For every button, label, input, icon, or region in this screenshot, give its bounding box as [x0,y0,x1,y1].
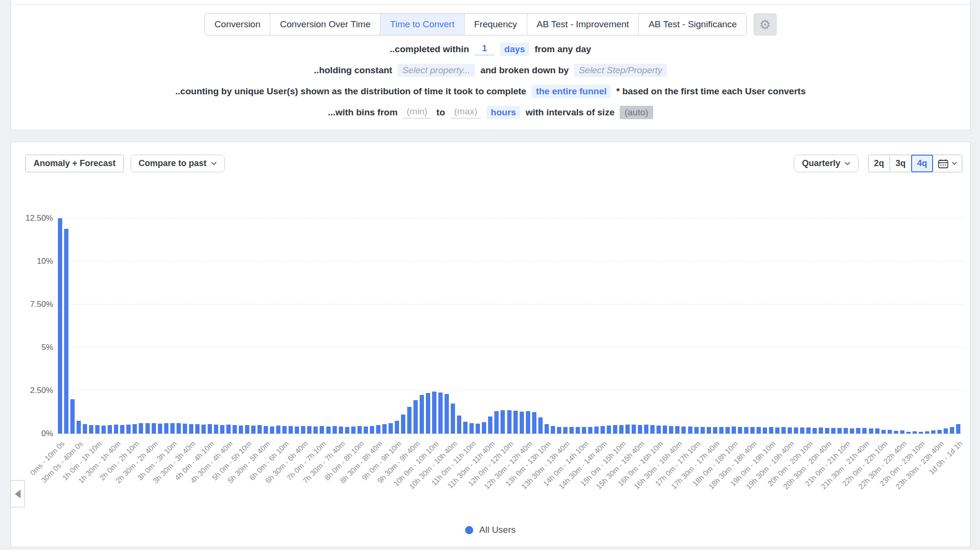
bar-bin-110[interactable] [744,427,748,434]
bar-bin-131[interactable] [875,428,880,434]
bar-bin-137[interactable] [913,431,917,434]
bar-bin-138[interactable] [919,432,923,434]
bar-bin-133[interactable] [888,430,892,434]
bar-bin-119[interactable] [800,427,804,434]
bar-bin-62[interactable] [445,394,449,434]
bar-bin-144[interactable] [956,424,960,434]
compare-to-past-dropdown[interactable]: Compare to past [131,155,225,172]
range-button-4q[interactable]: 4q [911,155,933,172]
bar-bin-46[interactable] [345,427,349,434]
bar-bin-37[interactable] [289,426,293,434]
bar-bin-87[interactable] [601,426,605,434]
bar-bin-96[interactable] [657,426,661,434]
bins-min-input[interactable]: (min) [403,106,431,119]
bar-bin-36[interactable] [282,426,287,434]
bar-bin-134[interactable] [894,431,898,434]
bar-bin-49[interactable] [364,427,368,434]
bar-bin-108[interactable] [732,427,736,434]
bar-bin-24[interactable] [208,424,212,434]
bar-bin-139[interactable] [925,431,929,434]
bar-bin-56[interactable] [407,407,412,434]
bar-bin-88[interactable] [607,426,611,434]
bar-bin-78[interactable] [545,424,549,434]
granularity-dropdown[interactable]: Quarterly [794,155,858,172]
bar-bin-95[interactable] [650,425,655,434]
bar-bin-102[interactable] [694,427,699,434]
legend-series-label[interactable]: All Users [479,525,515,535]
bar-bin-123[interactable] [825,428,829,434]
bar-bin-71[interactable] [501,410,505,434]
bar-bin-17[interactable] [164,423,168,434]
bar-bin-60[interactable] [432,392,436,434]
range-button-2q[interactable]: 2q [868,155,890,172]
bar-bin-136[interactable] [906,432,911,434]
bar-bin-12[interactable] [133,424,137,434]
bar-bin-0[interactable] [58,218,62,434]
settings-button[interactable]: ⚙ [754,13,777,35]
bar-bin-69[interactable] [488,416,492,434]
holding-constant-property-select[interactable]: Select property... [398,64,475,77]
range-button-3q[interactable]: 3q [890,155,912,172]
bar-bin-28[interactable] [233,425,237,434]
bins-max-input[interactable]: (max) [450,106,481,119]
bar-bin-80[interactable] [557,427,561,434]
tab-ab-test-significance[interactable]: AB Test - Significance [638,14,746,35]
bar-bin-77[interactable] [538,417,543,434]
bar-bin-43[interactable] [326,427,331,434]
bar-bin-26[interactable] [220,425,224,434]
bar-bin-53[interactable] [389,423,393,434]
bar-bin-92[interactable] [632,425,636,434]
custom-date-range-button[interactable] [933,155,962,172]
bar-bin-57[interactable] [413,400,418,434]
bar-bin-127[interactable] [850,428,854,434]
bar-bin-6[interactable] [95,425,100,434]
bar-bin-76[interactable] [532,412,536,434]
anomaly-forecast-button[interactable]: Anomaly + Forecast [25,155,124,172]
bar-bin-81[interactable] [563,427,568,434]
bar-bin-58[interactable] [420,395,424,434]
conversion-window-value-input[interactable]: 1 [474,43,495,56]
bar-bin-34[interactable] [270,427,274,434]
bar-bin-20[interactable] [183,424,187,434]
bar-bin-112[interactable] [757,427,761,434]
bar-bin-122[interactable] [819,427,823,434]
bar-bin-91[interactable] [625,425,630,434]
bar-bin-116[interactable] [781,427,786,434]
bar-bin-118[interactable] [794,427,798,434]
bar-bin-114[interactable] [769,427,773,434]
bar-bin-39[interactable] [301,426,305,434]
bar-bin-45[interactable] [339,427,343,434]
bar-bin-66[interactable] [469,423,474,434]
bar-bin-94[interactable] [644,425,648,434]
bar-bin-130[interactable] [869,428,873,434]
bar-bin-44[interactable] [333,426,337,434]
bar-bin-31[interactable] [251,426,256,434]
bar-bin-128[interactable] [856,428,860,434]
bar-bin-55[interactable] [401,415,405,434]
bar-bin-111[interactable] [750,427,755,434]
breakdown-step-property-select[interactable]: Select Step/Property [574,64,667,77]
bar-bin-11[interactable] [126,425,131,434]
bar-bin-120[interactable] [806,427,811,434]
bar-bin-89[interactable] [613,425,617,434]
bar-bin-50[interactable] [370,426,374,434]
bar-bin-79[interactable] [551,426,555,434]
bar-bin-72[interactable] [507,410,512,434]
bar-bin-100[interactable] [681,427,686,434]
bar-bin-115[interactable] [775,427,780,434]
bar-bin-59[interactable] [426,393,430,434]
bar-bin-109[interactable] [738,427,742,434]
bar-bin-30[interactable] [245,425,249,434]
bar-bin-54[interactable] [395,421,399,434]
bar-bin-68[interactable] [482,422,486,434]
bar-bin-135[interactable] [900,430,904,434]
bar-bin-132[interactable] [881,430,886,434]
bar-bin-83[interactable] [576,427,580,434]
bar-bin-105[interactable] [713,427,717,434]
bar-bin-67[interactable] [476,424,480,434]
collapse-sidebar-handle[interactable] [11,480,25,507]
bar-bin-64[interactable] [457,415,461,434]
bar-bin-75[interactable] [526,411,530,434]
bar-bin-97[interactable] [663,426,667,434]
bar-bin-63[interactable] [451,404,455,434]
